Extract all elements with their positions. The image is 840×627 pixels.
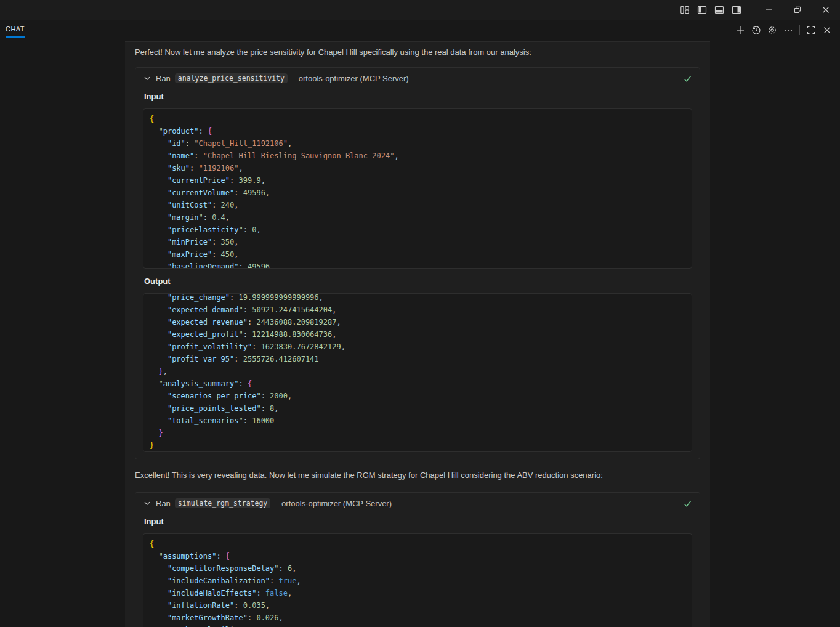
minimize-button[interactable]: [755, 0, 783, 20]
layout-controls: [676, 0, 745, 20]
success-check-icon: [683, 74, 692, 83]
tool-input-code-block[interactable]: { "product": { "id": "Chapel_Hill_119210…: [143, 108, 692, 269]
tool-output-code-block[interactable]: "price_change": 19.999999999999996, "exp…: [143, 293, 692, 452]
tool-call-header[interactable]: Ran analyze_price_sensitivity – ortools-…: [135, 68, 700, 89]
tool-input-code-block[interactable]: { "assumptions": { "competitorResponseDe…: [143, 533, 692, 627]
settings-gear-icon[interactable]: [764, 23, 780, 38]
toolbar-separator: [799, 25, 800, 35]
vscode-window: CHAT: [0, 0, 840, 627]
history-icon[interactable]: [748, 23, 764, 38]
tool-call-header[interactable]: Ran simulate_rgm_strategy – ortools-opti…: [135, 493, 700, 514]
input-section-label: Input: [144, 516, 692, 527]
panel-header: CHAT: [0, 20, 840, 41]
toggle-sidebar-left-icon[interactable]: [693, 0, 711, 20]
input-section-label: Input: [144, 91, 692, 102]
tool-name-badge: analyze_price_sensitivity: [175, 73, 288, 83]
close-window-button[interactable]: [812, 0, 840, 20]
tool-name-badge: simulate_rgm_strategy: [175, 498, 270, 508]
more-actions-icon[interactable]: [780, 23, 796, 38]
toggle-sidebar-right-icon[interactable]: [728, 0, 745, 20]
mcp-server-label: – ortools-optimizer (MCP Server): [275, 499, 392, 508]
customize-layout-icon[interactable]: [676, 0, 693, 20]
restore-button[interactable]: [783, 0, 812, 20]
new-chat-icon[interactable]: [732, 23, 748, 38]
mcp-server-label: – ortools-optimizer (MCP Server): [292, 74, 409, 83]
assistant-message: Excellent! This is very revealing data. …: [135, 470, 700, 481]
chevron-down-icon: [143, 499, 151, 508]
success-check-icon: [683, 499, 692, 508]
ran-label: Ran: [156, 74, 171, 83]
chevron-down-icon: [143, 74, 151, 83]
panel-actions: [732, 23, 835, 38]
output-section-label: Output: [144, 276, 692, 287]
tab-chat[interactable]: CHAT: [6, 25, 25, 38]
chat-conversation-area[interactable]: Perfect! Now let me analyze the price se…: [125, 41, 710, 627]
tool-call-card: Ran analyze_price_sensitivity – ortools-…: [135, 67, 700, 459]
assistant-message: Perfect! Now let me analyze the price se…: [135, 47, 700, 58]
close-panel-icon[interactable]: [819, 23, 835, 38]
ran-label: Ran: [156, 499, 171, 508]
tool-call-card: Ran simulate_rgm_strategy – ortools-opti…: [135, 492, 700, 627]
maximize-panel-icon[interactable]: [803, 23, 819, 38]
toggle-panel-bottom-icon[interactable]: [711, 0, 728, 20]
title-bar: [0, 0, 840, 20]
